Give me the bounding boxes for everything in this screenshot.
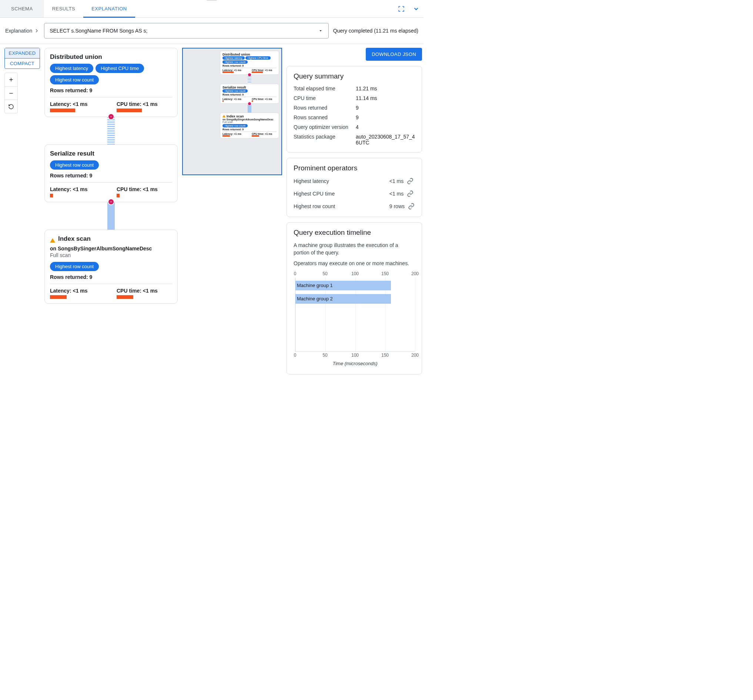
summary-value: 9 (356, 105, 415, 111)
zoom-out-button[interactable] (5, 86, 17, 100)
view-compact[interactable]: COMPACT (5, 58, 40, 69)
node-subtitle: on SongsBySingerAlbumSongNameDesc (50, 245, 172, 252)
main-area: EXPANDED COMPACT Distributed unionHighes… (0, 44, 424, 382)
timeline-bar[interactable]: Machine group 1 (295, 281, 391, 291)
cpu-bar (117, 295, 133, 299)
axis-tick: 100 (351, 353, 359, 358)
plan-node[interactable]: Distributed unionHighest latencyHighest … (44, 48, 178, 117)
warning-icon (50, 238, 55, 242)
rows-returned: Rows returned: 9 (50, 274, 172, 280)
axis-tick: 150 (381, 271, 389, 276)
breadcrumb: Explanation (5, 28, 40, 34)
right-panels: DOWNLOAD JSON Query summary Total elapse… (287, 48, 424, 375)
prominent-heading: Prominent operators (293, 164, 415, 172)
query-summary-panel: Query summary Total elapsed time11.21 ms… (287, 66, 422, 153)
cpu-label: CPU time: <1 ms (117, 186, 172, 192)
drag-handle[interactable] (207, 0, 217, 1)
link-icon[interactable] (407, 190, 414, 197)
summary-key: Query optimizer version (293, 124, 353, 130)
warning-icon (223, 115, 226, 117)
summary-key: CPU time (293, 95, 353, 101)
prominent-value: <1 ms (390, 177, 415, 185)
axis-tick: 100 (351, 271, 359, 276)
mini-title: Index scan (226, 114, 244, 118)
fullscreen-icon[interactable] (394, 0, 409, 17)
timeline-heading: Query execution timeline (293, 228, 415, 237)
rows-returned: Rows returned: 9 (50, 173, 172, 178)
plan-tree[interactable]: Distributed unionHighest latencyHighest … (44, 48, 178, 304)
node-title: Distributed union (50, 53, 172, 61)
axis-tick: 0 (294, 271, 296, 276)
zoom-controls (5, 73, 18, 113)
timeline-xlabel: Time (microseconds) (295, 361, 415, 366)
latency-bar (50, 108, 75, 112)
summary-key: Rows scanned (293, 114, 353, 120)
zoom-in-button[interactable] (5, 73, 17, 86)
minimap-node[interactable]: Distributed unionHighest latencyHighest … (220, 51, 279, 75)
summary-value: 11.21 ms (356, 86, 415, 92)
node-subtitle-grey: Full scan (50, 252, 172, 258)
axis-tick: 0 (294, 353, 296, 358)
stat-pill: Highest row count (50, 75, 99, 84)
timeline-chart: 050100150200Machine group 1Machine group… (293, 271, 415, 367)
expand-icon[interactable] (409, 0, 424, 17)
query-row: Explanation SELECT s.SongName FROM Songs… (0, 18, 424, 44)
minimap-node[interactable]: Serialize resultHighest row countRows re… (220, 84, 279, 104)
summary-key: Statistics package (293, 134, 353, 145)
latency-label: Latency: <1 ms (50, 186, 106, 192)
zoom-reset-button[interactable] (5, 100, 17, 113)
axis-tick: 50 (323, 353, 327, 358)
link-icon[interactable] (407, 177, 414, 185)
prominent-value: 9 rows (390, 203, 415, 210)
pill-row: Highest row count (50, 160, 172, 170)
plan-node[interactable]: Serialize resultHighest row countRows re… (44, 144, 178, 202)
stat-pill: Highest row count (50, 262, 99, 271)
metrics-row: Latency: <1 msCPU time: <1 ms (50, 182, 172, 197)
node-title: Serialize result (50, 150, 172, 158)
latency-bar (50, 194, 53, 197)
stat-pill: Highest row count (50, 160, 99, 170)
summary-key: Total elapsed time (293, 86, 353, 92)
timeline-plot: Machine group 1Machine group 2 (295, 278, 415, 352)
summary-value: 9 (356, 114, 415, 120)
prominent-key: Highest latency (293, 178, 386, 184)
collapse-toggle-icon[interactable] (108, 198, 114, 205)
summary-value: 11.14 ms (356, 95, 415, 101)
axis-tick: 150 (381, 353, 389, 358)
metrics-row: Latency: <1 msCPU time: <1 ms (50, 97, 172, 112)
query-text: SELECT s.SongName FROM Songs AS s; (50, 28, 147, 34)
timeline-bar[interactable]: Machine group 2 (295, 294, 391, 304)
collapse-toggle-icon[interactable] (108, 113, 114, 120)
tab-results[interactable]: RESULTS (44, 0, 84, 17)
view-expanded[interactable]: EXPANDED (5, 48, 40, 58)
minimap-wrap: Distributed unionHighest latencyHighest … (182, 48, 282, 175)
query-select[interactable]: SELECT s.SongName FROM Songs AS s; (44, 23, 328, 39)
tab-schema[interactable]: SCHEMA (0, 0, 44, 17)
latency-label: Latency: <1 ms (50, 288, 106, 294)
stat-pill: Highest CPU time (95, 64, 144, 73)
pill-row: Highest row count (50, 262, 172, 271)
breadcrumb-label: Explanation (5, 28, 32, 34)
download-json-button[interactable]: DOWNLOAD JSON (366, 48, 422, 61)
timeline-panel: Query execution timeline A machine group… (287, 222, 422, 375)
summary-value: auto_20230608_17_57_46UTC (356, 134, 415, 145)
plan-node[interactable]: Index scanon SongsBySingerAlbumSongNameD… (44, 230, 178, 304)
summary-key: Rows returned (293, 105, 353, 111)
timeline-desc1: A machine group illustrates the executio… (293, 242, 415, 256)
connector (44, 202, 178, 230)
cpu-bar (117, 194, 120, 197)
axis-tick: 200 (411, 271, 419, 276)
prominent-key: Highest row count (293, 203, 386, 209)
tab-explanation[interactable]: EXPLANATION (83, 0, 135, 17)
timeline-desc2: Operators may execute on one or more mac… (293, 260, 415, 267)
mini-title: Serialize result (223, 86, 246, 89)
link-icon[interactable] (408, 203, 415, 210)
summary-value: 4 (356, 124, 415, 130)
cpu-bar (117, 108, 142, 112)
minimap[interactable]: Distributed unionHighest latencyHighest … (182, 48, 282, 175)
minimap-node[interactable]: Index scanon SongsBySingerAlbumSongNameD… (220, 112, 279, 139)
latency-label: Latency: <1 ms (50, 101, 106, 107)
prominent-operators-panel: Prominent operators Highest latency<1 ms… (287, 158, 422, 217)
left-controls: EXPANDED COMPACT (5, 48, 40, 113)
connector (44, 117, 178, 144)
